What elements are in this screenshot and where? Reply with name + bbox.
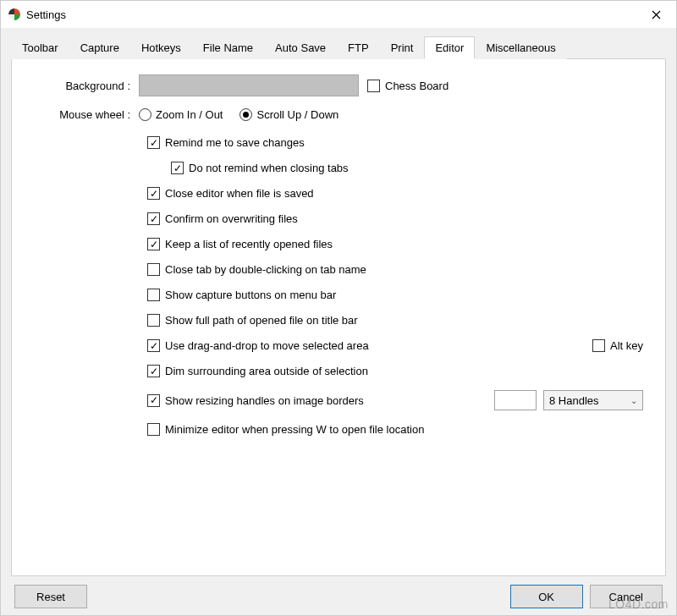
checkbox-label: Alt key [610, 339, 643, 352]
options-list: Remind me to save changes Do not remind … [147, 136, 650, 436]
alt-key-checkbox[interactable]: Alt key [592, 339, 643, 352]
ok-button[interactable]: OK [510, 585, 583, 608]
checkbox-label: Chess Board [385, 80, 449, 92]
checkbox-box [147, 365, 160, 377]
tab-bar: Toolbar Capture Hotkeys File Name Auto S… [11, 36, 666, 59]
radio-scroll[interactable]: Scroll Up / Down [239, 108, 338, 121]
tab-capture[interactable]: Capture [69, 36, 130, 59]
minimize-w-checkbox[interactable]: Minimize editor when pressing W to open … [147, 423, 424, 436]
button-label: Reset [36, 591, 65, 603]
tab-filename[interactable]: File Name [192, 36, 264, 59]
radio-label: Zoom In / Out [156, 108, 223, 121]
confirm-overwrite-checkbox[interactable]: Confirm on overwriting files [147, 212, 298, 225]
checkbox-box [592, 339, 605, 352]
checkbox-box [147, 212, 160, 225]
dropdown-value: 8 Handles [549, 394, 599, 407]
checkbox-label: Show full path of opened file on title b… [165, 314, 358, 327]
capture-buttons-checkbox[interactable]: Show capture buttons on menu bar [147, 289, 336, 301]
close-on-save-checkbox[interactable]: Close editor when file is saved [147, 187, 314, 200]
checkbox-label: Close editor when file is saved [165, 187, 314, 200]
checkbox-label: Do not remind when closing tabs [189, 162, 349, 174]
button-label: OK [538, 591, 554, 603]
mouse-wheel-label: Mouse wheel : [27, 108, 139, 121]
remind-save-checkbox[interactable]: Remind me to save changes [147, 136, 305, 149]
mouse-wheel-radio-group: Zoom In / Out Scroll Up / Down [139, 108, 338, 121]
checkbox-label: Confirm on overwriting files [165, 212, 298, 225]
settings-window: Settings Toolbar Capture Hotkeys File Na… [0, 0, 677, 616]
checkbox-label: Keep a list of recently opened files [165, 238, 333, 250]
handles-number-input[interactable] [494, 390, 537, 410]
reset-button[interactable]: Reset [14, 585, 87, 608]
chess-board-checkbox[interactable]: Chess Board [367, 80, 449, 92]
close-button[interactable] [637, 2, 674, 27]
checkbox-label: Dim surrounding area outside of selectio… [165, 365, 368, 377]
tab-editor[interactable]: Editor [424, 36, 475, 59]
titlebar: Settings [1, 1, 676, 28]
checkbox-box [367, 80, 380, 92]
tab-autosave[interactable]: Auto Save [264, 36, 337, 59]
checkbox-label: Use drag-and-drop to move selected area [165, 339, 369, 352]
cancel-button[interactable]: Cancel [590, 585, 663, 608]
checkbox-box [147, 423, 160, 436]
handles-dropdown[interactable]: 8 Handles ⌄ [543, 390, 643, 410]
recent-list-checkbox[interactable]: Keep a list of recently opened files [147, 238, 333, 250]
checkbox-label: Show capture buttons on menu bar [165, 289, 336, 301]
content-area: Toolbar Capture Hotkeys File Name Auto S… [1, 28, 676, 615]
window-title: Settings [26, 8, 637, 21]
radio-label: Scroll Up / Down [256, 108, 338, 121]
checkbox-box [147, 289, 160, 301]
tab-ftp[interactable]: FTP [337, 36, 380, 59]
checkbox-label: Show resizing handles on image borders [165, 394, 364, 407]
checkbox-label: Minimize editor when pressing W to open … [165, 423, 424, 436]
chevron-down-icon: ⌄ [630, 396, 637, 405]
checkbox-box [147, 263, 160, 276]
checkbox-box [147, 187, 160, 200]
radio-zoom[interactable]: Zoom In / Out [139, 108, 223, 121]
checkbox-label: Close tab by double-clicking on tab name [165, 263, 366, 276]
no-remind-tabs-checkbox[interactable]: Do not remind when closing tabs [171, 162, 349, 174]
background-color-swatch[interactable] [139, 74, 359, 96]
background-label: Background : [27, 80, 139, 92]
tab-print[interactable]: Print [380, 36, 425, 59]
button-label: Cancel [609, 591, 643, 603]
app-icon [8, 8, 21, 21]
editor-panel: Background : Chess Board Mouse wheel : [11, 58, 666, 576]
radio-button [139, 108, 151, 121]
tab-misc[interactable]: Miscellaneous [475, 36, 566, 59]
drag-drop-checkbox[interactable]: Use drag-and-drop to move selected area [147, 339, 369, 352]
close-dblclick-checkbox[interactable]: Close tab by double-clicking on tab name [147, 263, 366, 276]
checkbox-box [147, 136, 160, 149]
dim-surrounding-checkbox[interactable]: Dim surrounding area outside of selectio… [147, 365, 368, 377]
full-path-checkbox[interactable]: Show full path of opened file on title b… [147, 314, 358, 327]
checkbox-box [147, 314, 160, 327]
checkbox-box [171, 162, 184, 174]
button-bar: Reset OK Cancel [11, 576, 666, 610]
checkbox-box [147, 394, 160, 407]
resizing-handles-checkbox[interactable]: Show resizing handles on image borders [147, 394, 364, 407]
checkbox-box [147, 339, 160, 352]
radio-button [239, 108, 252, 121]
checkbox-label: Remind me to save changes [165, 136, 305, 149]
tab-toolbar[interactable]: Toolbar [11, 36, 69, 59]
checkbox-box [147, 238, 160, 250]
tab-hotkeys[interactable]: Hotkeys [130, 36, 192, 59]
